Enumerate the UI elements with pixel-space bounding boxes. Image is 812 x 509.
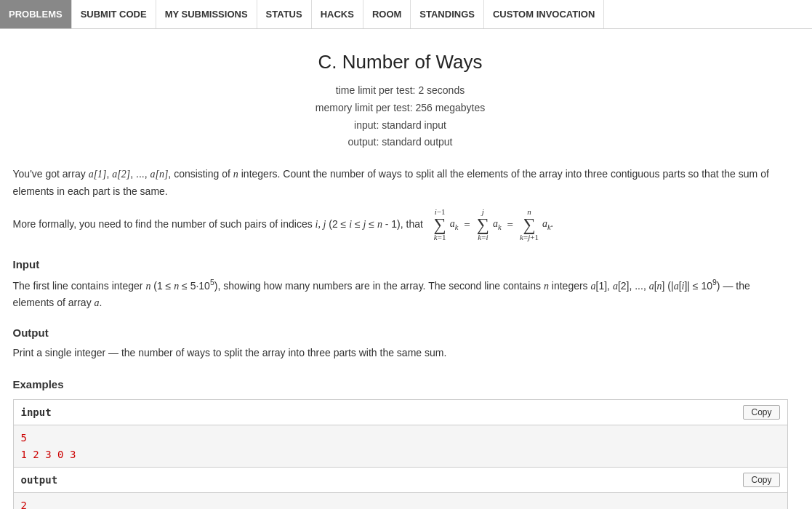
examples-heading: Examples	[13, 376, 788, 393]
output-type: output: standard output	[13, 134, 788, 151]
output-heading: Output	[13, 324, 788, 342]
math-a1: a[1]	[89, 169, 107, 180]
output-line-1: 2	[21, 497, 780, 509]
example-output-content: 2	[14, 493, 787, 509]
nav-submit-code[interactable]: SUBMIT CODE	[72, 0, 156, 28]
example-output-header: output Copy	[14, 468, 787, 493]
input-section: Input The first line contains integer n …	[13, 256, 788, 311]
input-type: input: standard input	[13, 117, 788, 135]
example-output-label: output	[21, 472, 58, 488]
nav-custom-invocation[interactable]: CUSTOM INVOCATION	[484, 0, 604, 28]
example-input-header: input Copy	[14, 400, 787, 425]
memory-limit: memory limit per test: 256 megabytes	[13, 100, 788, 117]
navigation: PROBLEMS SUBMIT CODE MY SUBMISSIONS STAT…	[0, 0, 812, 29]
nav-my-submissions[interactable]: MY SUBMISSIONS	[156, 0, 257, 28]
nav-problems[interactable]: PROBLEMS	[0, 0, 72, 28]
output-section: Output Print a single integer — the numb…	[13, 324, 788, 361]
problem-statement: You've got array a[1], a[2], ..., a[n], …	[13, 166, 788, 199]
output-text: Print a single integer — the number of w…	[13, 345, 788, 361]
nav-hacks[interactable]: HACKS	[312, 0, 363, 28]
nav-standings[interactable]: STANDINGS	[411, 0, 484, 28]
input-line-1: 5	[21, 430, 780, 446]
example-input-block: input Copy 5 1 2 3 0 3	[13, 399, 788, 468]
copy-input-button[interactable]: Copy	[743, 405, 779, 420]
nav-status[interactable]: STATUS	[257, 0, 312, 28]
input-line-2: 1 2 3 0 3	[21, 446, 780, 462]
problem-body: You've got array a[1], a[2], ..., a[n], …	[13, 166, 788, 509]
nav-room[interactable]: ROOM	[363, 0, 411, 28]
example-output-block: output Copy 2	[13, 468, 788, 509]
problem-title: C. Number of Ways	[13, 51, 788, 73]
example-input-content: 5 1 2 3 0 3	[14, 425, 787, 467]
input-heading: Input	[13, 256, 788, 273]
time-limit: time limit per test: 2 seconds	[13, 82, 788, 100]
copy-output-button[interactable]: Copy	[743, 473, 779, 487]
problem-meta: time limit per test: 2 seconds memory li…	[13, 82, 788, 151]
main-content: C. Number of Ways time limit per test: 2…	[10, 29, 803, 509]
example-input-label: input	[21, 404, 52, 420]
input-text: The first line contains integer n (1 ≤ n…	[13, 276, 788, 311]
formal-statement: More formally, you need to find the numb…	[13, 208, 788, 241]
examples-section: Examples input Copy 5 1 2 3 0 3 output C…	[13, 376, 788, 509]
